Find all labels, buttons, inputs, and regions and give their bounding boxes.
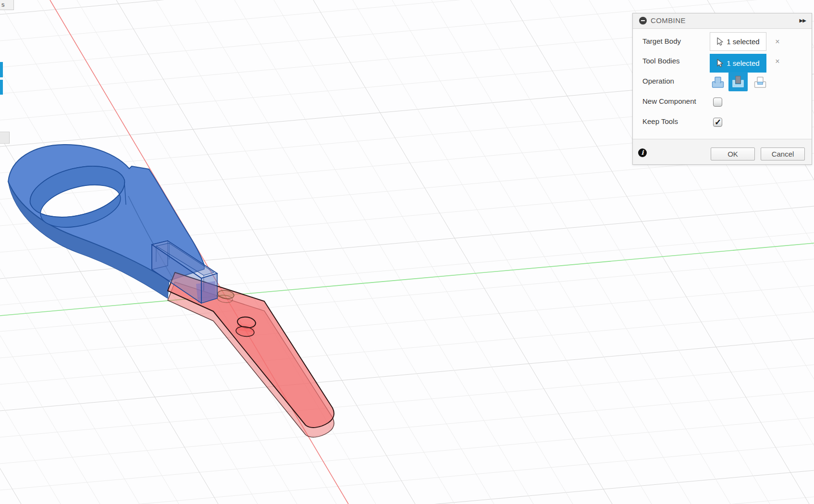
operation-cut-icon-selected[interactable] [728,72,748,91]
cropped-selection-bar [0,62,3,77]
dialog-header[interactable]: COMBINE ▶▶ [633,13,812,29]
new-component-label: New Component [642,97,696,105]
cancel-button[interactable]: Cancel [761,148,805,160]
cursor-icon [716,37,724,46]
keep-tools-checkbox[interactable]: ✓ [713,118,722,127]
new-component-checkbox[interactable] [713,98,722,107]
target-body-selection-button[interactable]: 1 selected [710,32,766,51]
dialog-title: COMBINE [651,13,686,28]
tool-bodies-selection-count: 1 selected [727,59,759,67]
collapse-icon[interactable] [639,17,647,25]
cropped-tooltip: s [0,0,14,10]
tool-bodies-selection-button[interactable]: 1 selected [710,54,766,73]
operation-intersect-icon[interactable] [753,75,767,89]
info-icon[interactable]: i [638,148,647,157]
operation-label: Operation [642,77,674,85]
flyout-arrows-icon[interactable]: ▶▶ [800,13,806,28]
cropped-panel-fragment [0,132,10,144]
cursor-icon [716,59,724,67]
ok-button[interactable]: OK [711,148,755,160]
target-body-selection-count: 1 selected [727,37,759,46]
operation-join-icon[interactable] [711,75,725,89]
checkmark-icon: ✓ [715,117,721,127]
cropped-selection-bar [0,80,3,95]
tool-bodies-label: Tool Bodies [642,57,680,65]
operation-cut-icon [731,75,745,88]
dialog-footer: i OK Cancel [633,139,812,164]
clear-tool-selection-icon[interactable]: × [772,56,783,67]
clear-target-selection-icon[interactable]: × [772,37,783,47]
combine-dialog: COMBINE ▶▶ Target Body Tool Bodies Opera… [632,13,812,165]
target-body-label: Target Body [642,37,681,45]
keep-tools-label: Keep Tools [642,117,678,125]
